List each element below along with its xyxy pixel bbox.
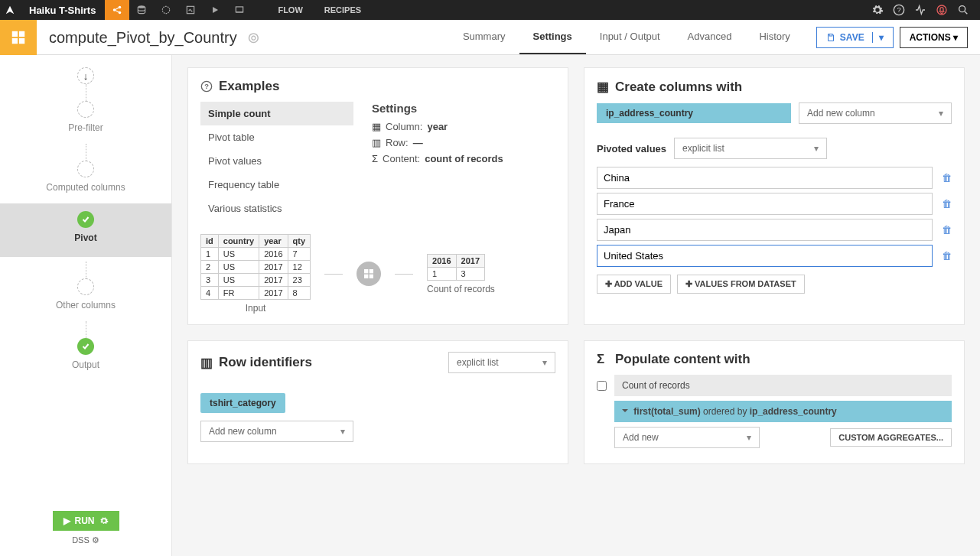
play-icon[interactable] [203, 0, 227, 20]
nav-right-icons: ? [867, 0, 980, 20]
svg-rect-19 [370, 269, 373, 273]
svg-rect-18 [364, 269, 368, 273]
values-from-dataset-button[interactable]: ✚ VALUES FROM DATASET [677, 275, 805, 294]
custom-aggregates-button[interactable]: CUSTOM AGGREGATES... [830, 428, 952, 447]
svg-rect-20 [364, 275, 368, 278]
dashboard-icon[interactable] [227, 0, 252, 20]
tab-flow[interactable]: FLOW [267, 0, 313, 20]
trash-icon[interactable]: 🗑 [942, 250, 952, 262]
rowid-chip[interactable]: tshirt_category [200, 393, 285, 413]
tab-recipes[interactable]: RECIPES [314, 0, 372, 20]
input-table: idcountryyearqty 1US20167 2US201712 3US2… [200, 234, 311, 300]
actions-button[interactable]: ACTIONS ▾ [900, 27, 968, 48]
output-table: 20162017 13 [427, 254, 485, 281]
flow-icon[interactable] [105, 0, 129, 20]
pivot-value-input-2[interactable] [597, 219, 933, 241]
search-icon[interactable] [952, 0, 974, 20]
nav-iconbar [105, 0, 252, 20]
title-text: compute_Pivot_by_Country [49, 29, 237, 46]
circle-icon[interactable] [154, 0, 178, 20]
svg-text:?: ? [204, 83, 209, 90]
add-aggregate-select[interactable]: Add new▾ [614, 427, 760, 448]
page-title: compute_Pivot_by_Country ⊚ [37, 28, 260, 47]
rowid-add-column-select[interactable]: Add new column▾ [200, 421, 353, 442]
dss-label[interactable]: DSS ⚙ [53, 535, 119, 545]
top-nav: Haiku T-Shirts FLOW RECIPES ? [0, 0, 980, 20]
trash-icon[interactable]: 🗑 [942, 198, 952, 210]
svg-point-10 [959, 6, 965, 12]
pivot-value-input-0[interactable] [597, 167, 933, 189]
sigma-icon: Σ [597, 352, 609, 367]
project-name[interactable]: Haiku T-Shirts [20, 5, 105, 16]
step-output-label[interactable]: Output [72, 359, 99, 370]
step-pivot-row[interactable]: Pivot [0, 203, 171, 257]
pivot-node-icon [357, 262, 381, 286]
example-simple-count[interactable]: Simple count [200, 102, 353, 125]
rows-icon: ▥ [200, 355, 213, 371]
step-other-label[interactable]: Other columns [56, 300, 116, 311]
input-label: Input [200, 303, 311, 314]
main: ↓ Pre-filter Computed columns Pivot Othe… [0, 55, 980, 556]
tab-summary[interactable]: Summary [449, 20, 519, 54]
create-columns-title: Create columns with [615, 80, 742, 95]
add-value-button[interactable]: ✚ ADD VALUE [597, 275, 671, 294]
tab-settings[interactable]: Settings [519, 20, 586, 54]
header-buttons: SAVE ▾ ACTIONS ▾ [804, 27, 980, 48]
create-columns-panel: ▦ Create columns with ip_address_country… [584, 67, 965, 325]
save-button[interactable]: SAVE ▾ [816, 27, 894, 48]
run-button[interactable]: ▶ RUN [53, 511, 119, 531]
activity-icon[interactable] [910, 0, 931, 20]
help-icon[interactable]: ? [888, 0, 910, 20]
save-caret[interactable]: ▾ [872, 32, 884, 43]
add-column-select[interactable]: Add new column▾ [799, 102, 952, 124]
pivoted-mode-select[interactable]: explicit list▾ [674, 138, 827, 159]
step-computed-label[interactable]: Computed columns [46, 182, 125, 193]
example-pivot-values[interactable]: Pivot values [200, 149, 353, 173]
actions-label: ACTIONS [910, 32, 951, 43]
gear-icon[interactable] [867, 0, 888, 20]
step-prefilter-circle[interactable] [77, 101, 94, 118]
svg-rect-12 [19, 31, 24, 36]
header-tabs: Summary Settings Input / Output Advanced… [449, 20, 804, 54]
count-checkbox[interactable] [597, 381, 607, 391]
recipe-icon [0, 20, 37, 55]
example-frequency-table[interactable]: Frequency table [200, 173, 353, 197]
trash-icon[interactable]: 🗑 [942, 224, 952, 236]
step-prefilter-label[interactable]: Pre-filter [68, 122, 103, 133]
content: ? Examples Simple count Pivot table Pivo… [172, 55, 980, 556]
step-pivot-dot [77, 211, 94, 228]
pivot-value-input-1[interactable] [597, 193, 933, 215]
pin-icon[interactable]: ⊚ [247, 29, 260, 46]
aggregate-pill[interactable]: first(total_sum) ordered by ip_address_c… [614, 401, 952, 422]
output-label: Count of records [427, 284, 495, 294]
left-rail: ↓ Pre-filter Computed columns Pivot Othe… [0, 55, 172, 556]
rowid-mode-select[interactable]: explicit list▾ [448, 352, 555, 373]
tab-advanced[interactable]: Advanced [674, 20, 746, 54]
edit-icon[interactable] [178, 0, 203, 20]
step-other-dot[interactable] [77, 278, 94, 295]
example-various-stats[interactable]: Various statistics [200, 197, 353, 220]
populate-panel: Σ Populate content with Count of records… [584, 340, 965, 464]
header: compute_Pivot_by_Country ⊚ Summary Setti… [0, 20, 980, 55]
examples-title: Examples [219, 79, 279, 94]
count-pill[interactable]: Count of records [614, 375, 952, 396]
step-prefilter-dot[interactable]: ↓ [77, 67, 94, 84]
nav-tabs: FLOW RECIPES [267, 0, 372, 20]
bell-icon[interactable] [931, 0, 952, 20]
tab-io[interactable]: Input / Output [586, 20, 674, 54]
populate-title: Populate content with [615, 352, 750, 367]
example-settings: Settings ▦Column: year ▥Row: — ΣContent:… [372, 102, 503, 220]
examples-panel: ? Examples Simple count Pivot table Pivo… [187, 67, 568, 325]
help-circle-icon: ? [200, 80, 213, 93]
step-output-dot[interactable] [77, 338, 94, 355]
step-pivot-label: Pivot [74, 232, 96, 243]
app-logo[interactable] [0, 0, 20, 20]
pivot-column-chip[interactable]: ip_address_country [597, 103, 791, 123]
tab-history[interactable]: History [745, 20, 803, 54]
trash-icon[interactable]: 🗑 [942, 172, 952, 184]
svg-point-3 [138, 5, 145, 8]
pivot-value-input-3[interactable] [597, 245, 933, 267]
step-computed-dot[interactable] [77, 161, 94, 177]
datasets-icon[interactable] [129, 0, 154, 20]
example-pivot-table[interactable]: Pivot table [200, 125, 353, 149]
